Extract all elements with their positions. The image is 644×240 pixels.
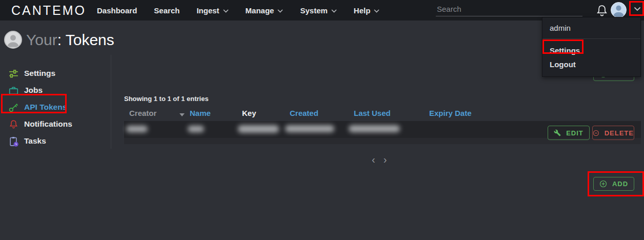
dropdown-logout[interactable]: Logout (542, 57, 640, 71)
sliders-icon (8, 68, 19, 79)
column-header-expiry-date[interactable]: Expiry Date (429, 109, 472, 117)
notifications-bell-icon[interactable] (595, 4, 609, 18)
minus-circle-icon (593, 129, 599, 137)
nav-ingest[interactable]: Ingest (196, 6, 228, 15)
column-header-created[interactable]: Created (290, 109, 318, 117)
page-title-prefix: Your (26, 31, 57, 48)
dropdown-divider (542, 38, 640, 39)
user-avatar-icon (4, 31, 22, 49)
search-input[interactable] (436, 3, 582, 16)
sidebar-item-tasks[interactable]: Tasks (8, 134, 46, 148)
edit-token-button[interactable]: EDIT (548, 126, 590, 140)
pagination: ‹ › (370, 154, 388, 165)
plus-circle-icon (599, 180, 607, 188)
bell-icon (8, 119, 19, 130)
nav-system[interactable]: System (300, 6, 336, 15)
cantemo-app: CANTEMO Dashboard Search Ingest Manage (0, 0, 644, 240)
navbar-search (436, 3, 582, 16)
redacted-created-value (285, 125, 334, 132)
dropdown-username: admin (542, 21, 640, 35)
page-title-rest: : Tokens (57, 31, 114, 48)
briefcase-icon (8, 85, 19, 96)
column-header-name[interactable]: Name (190, 109, 211, 117)
user-dropdown-menu: admin Settings Logout (542, 17, 641, 77)
delete-token-button[interactable]: DELETE (592, 126, 634, 140)
column-header-creator[interactable]: Creator (129, 109, 156, 117)
sidebar-item-jobs[interactable]: Jobs (8, 84, 43, 97)
dropdown-settings[interactable]: Settings (542, 44, 640, 57)
chevron-down-icon (223, 9, 229, 13)
cantemo-logo[interactable]: CANTEMO (11, 3, 86, 18)
nav-help[interactable]: Help (354, 6, 380, 15)
pagination-prev-icon[interactable]: ‹ (370, 154, 377, 165)
main-nav: Dashboard Search Ingest Manage System (97, 0, 379, 21)
page-title: Your: Tokens (26, 31, 114, 49)
user-avatar[interactable] (611, 2, 627, 18)
pagination-next-icon[interactable]: › (382, 154, 389, 165)
table-header-row: Creator Name Key Created Last Used Expir… (0, 109, 644, 120)
sort-caret-icon[interactable] (179, 113, 185, 116)
column-header-key[interactable]: Key (242, 109, 256, 117)
redacted-key-value (238, 125, 279, 133)
nav-search[interactable]: Search (154, 6, 179, 15)
chevron-down-icon (374, 9, 379, 13)
column-header-last-used[interactable]: Last Used (354, 109, 391, 117)
sidebar-content-divider (111, 55, 111, 149)
nav-manage[interactable]: Manage (246, 6, 284, 15)
wrench-icon (554, 129, 561, 136)
table-summary: Showing 1 to 1 of 1 entries (124, 95, 209, 103)
redacted-last-used-value (349, 125, 400, 132)
redacted-creator-value (126, 126, 148, 132)
add-token-button-bottom[interactable]: ADD (593, 177, 634, 191)
chevron-down-icon (331, 9, 337, 13)
clipboard-clock-icon (8, 136, 19, 147)
nav-dashboard[interactable]: Dashboard (97, 6, 137, 15)
sidebar-item-settings[interactable]: Settings (8, 67, 55, 80)
chevron-down-icon (277, 9, 283, 13)
user-menu-caret-icon[interactable] (632, 4, 642, 13)
page-header: Your: Tokens (4, 31, 114, 49)
redacted-name-value (188, 126, 204, 132)
